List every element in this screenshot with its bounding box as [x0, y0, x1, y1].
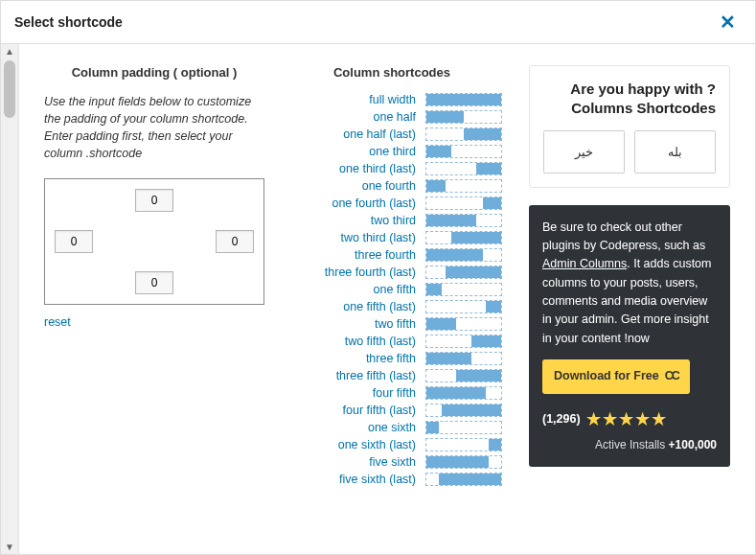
scroll-down-icon[interactable]: ▼ — [3, 540, 16, 554]
shortcode-row: one third (last) — [282, 162, 502, 175]
shortcode-preview[interactable] — [425, 300, 502, 313]
shortcode-row: one sixth — [282, 421, 502, 434]
shortcode-label[interactable]: three fourth — [355, 248, 416, 262]
shortcode-label[interactable]: two fifth — [375, 317, 416, 331]
shortcode-label[interactable]: one fifth (last) — [343, 300, 416, 313]
reset-link[interactable]: reset — [44, 315, 71, 329]
shortcode-row: full width — [282, 93, 502, 106]
shortcode-label[interactable]: three fifth — [366, 352, 416, 365]
shortcode-label[interactable]: three fifth (last) — [336, 369, 416, 382]
shortcode-row: two third (last) — [282, 231, 502, 244]
modal-body: ▲ ▼ Column padding ( optional ) Use the … — [1, 44, 755, 554]
download-label: Download for Free — [554, 367, 659, 385]
shortcode-preview[interactable] — [425, 369, 502, 382]
star-icon: ★★★★★ — [586, 407, 668, 432]
survey-yes-button[interactable]: بله — [634, 130, 716, 173]
survey-question: Are you happy with ?Columns Shortcodes — [543, 80, 716, 119]
shortcode-preview[interactable] — [425, 93, 502, 106]
shortcode-preview[interactable] — [425, 145, 502, 158]
shortcode-label[interactable]: one half (last) — [343, 127, 416, 141]
shortcode-label[interactable]: four fifth — [373, 386, 416, 400]
shortcode-label[interactable]: two third (last) — [341, 231, 417, 244]
padding-top-input[interactable] — [135, 189, 173, 212]
shortcode-preview[interactable] — [425, 473, 502, 486]
shortcode-label[interactable]: one fourth — [362, 179, 416, 193]
shortcode-row: two fifth (last) — [282, 335, 502, 348]
shortcode-preview[interactable] — [425, 283, 502, 296]
shortcode-label[interactable]: one third (last) — [339, 162, 416, 175]
rating-row: (1,296) ★★★★★ — [542, 407, 717, 432]
download-button[interactable]: Download for Free CC — [542, 359, 690, 393]
shortcode-label[interactable]: full width — [369, 93, 416, 106]
shortcode-row: one half — [282, 110, 502, 124]
padding-heading: Column padding ( optional ) — [44, 65, 264, 80]
shortcode-preview[interactable] — [425, 110, 502, 124]
shortcode-label[interactable]: one half — [374, 110, 416, 124]
shortcode-preview[interactable] — [425, 421, 502, 434]
shortcode-row: three fourth (last) — [282, 266, 502, 279]
shortcode-label[interactable]: one fourth (last) — [332, 197, 416, 210]
shortcode-row: three fourth — [282, 248, 502, 262]
sidebar: Are you happy with ?Columns Shortcodes خ… — [529, 65, 730, 533]
shortcode-label[interactable]: one sixth — [368, 421, 416, 434]
shortcode-row: three fifth (last) — [282, 369, 502, 382]
padding-left-input[interactable] — [55, 230, 93, 253]
promo-card: Be sure to check out other plugins by Co… — [529, 205, 730, 468]
shortcode-preview[interactable] — [425, 248, 502, 262]
padding-right-input[interactable] — [216, 230, 254, 253]
scrollbar[interactable]: ▲ ▼ — [1, 44, 19, 554]
shortcode-row: four fifth (last) — [282, 404, 502, 417]
shortcode-preview[interactable] — [425, 352, 502, 365]
shortcode-row: five sixth (last) — [282, 473, 502, 486]
shortcode-preview[interactable] — [425, 404, 502, 417]
shortcode-label[interactable]: five sixth — [369, 455, 416, 469]
shortcode-preview[interactable] — [425, 455, 502, 469]
shortcode-label[interactable]: one fifth — [374, 283, 416, 296]
shortcode-row: one fourth (last) — [282, 197, 502, 210]
cc-logo-icon: CC — [665, 367, 678, 385]
shortcode-preview[interactable] — [425, 179, 502, 193]
rating-count: (1,296) — [542, 410, 581, 428]
shortcode-row: one fifth (last) — [282, 300, 502, 313]
installs-label: Active Installs — [595, 438, 665, 451]
shortcode-preview[interactable] — [425, 231, 502, 244]
scroll-up-icon[interactable]: ▲ — [3, 44, 16, 58]
shortcode-row: two third — [282, 214, 502, 227]
modal-header: Select shortcode ✕ — [1, 1, 755, 44]
shortcode-label[interactable]: five sixth (last) — [339, 473, 416, 486]
shortcode-row: five sixth — [282, 455, 502, 469]
survey-no-button[interactable]: خیر — [543, 130, 625, 173]
promo-text-1: Be sure to check out other plugins by Co… — [542, 220, 705, 252]
shortcodes-column: Column shortcodes full widthone halfone … — [282, 65, 502, 533]
shortcode-label[interactable]: three fourth (last) — [325, 266, 416, 279]
shortcode-row: one third — [282, 145, 502, 158]
admin-columns-link[interactable]: Admin Columns — [542, 257, 627, 270]
active-installs: Active Installs +100,000 — [542, 436, 717, 454]
shortcode-preview[interactable] — [425, 162, 502, 175]
shortcode-list: full widthone halfone half (last)one thi… — [282, 93, 502, 486]
shortcode-preview[interactable] — [425, 266, 502, 279]
padding-preview — [44, 178, 264, 305]
scroll-thumb[interactable] — [4, 60, 15, 118]
shortcode-label[interactable]: one third — [369, 145, 416, 158]
shortcode-preview[interactable] — [425, 438, 502, 451]
shortcode-label[interactable]: one sixth (last) — [338, 438, 416, 451]
shortcode-preview[interactable] — [425, 386, 502, 400]
shortcode-row: one fifth — [282, 283, 502, 296]
shortcode-preview[interactable] — [425, 317, 502, 331]
modal-title: Select shortcode — [14, 14, 123, 30]
close-icon[interactable]: ✕ — [714, 9, 742, 35]
shortcode-row: three fifth — [282, 352, 502, 365]
shortcode-modal: Select shortcode ✕ ▲ ▼ Column padding ( … — [0, 0, 756, 555]
shortcode-preview[interactable] — [425, 127, 502, 141]
shortcode-label[interactable]: four fifth (last) — [343, 404, 416, 417]
shortcode-preview[interactable] — [425, 214, 502, 227]
shortcodes-heading: Column shortcodes — [282, 65, 502, 80]
shortcode-preview[interactable] — [425, 335, 502, 348]
installs-value: +100,000 — [669, 438, 717, 451]
shortcode-preview[interactable] — [425, 197, 502, 210]
padding-description: Use the input fields below to customize … — [44, 93, 264, 163]
shortcode-label[interactable]: two third — [371, 214, 416, 227]
shortcode-label[interactable]: two fifth (last) — [345, 335, 416, 348]
padding-bottom-input[interactable] — [135, 271, 173, 294]
